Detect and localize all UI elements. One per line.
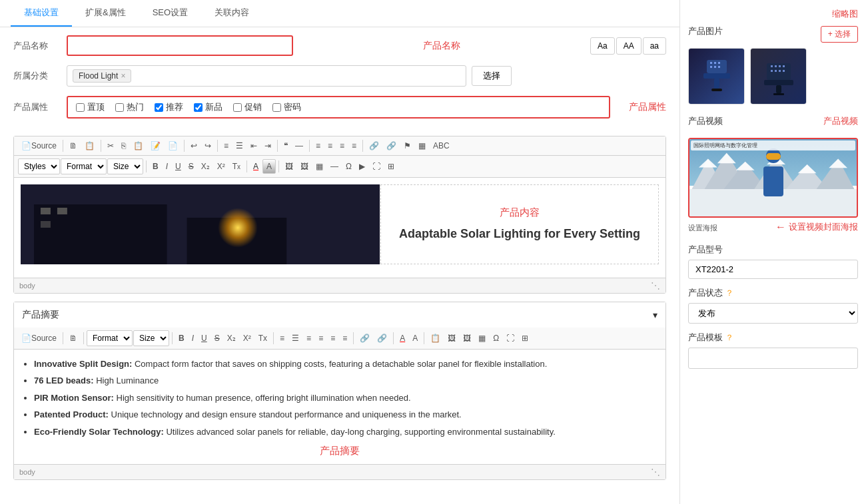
video-thumbnail[interactable]: 国际照明网络与数字化管理 xyxy=(688,138,858,218)
tab-related[interactable]: 关联内容 xyxy=(201,0,262,27)
anchor-button[interactable]: ⚑ xyxy=(400,139,414,152)
product-model-input[interactable] xyxy=(688,260,858,279)
remove-category-icon[interactable]: × xyxy=(121,71,125,81)
align-right-button[interactable]: ≡ xyxy=(336,139,348,152)
ordered-list-button[interactable]: ≡ xyxy=(220,139,232,152)
sum-text-color[interactable]: A xyxy=(396,332,408,345)
unordered-list-button[interactable]: ☰ xyxy=(232,139,246,152)
attr-new-checkbox[interactable] xyxy=(194,103,203,112)
sum-image2[interactable]: 🖼 xyxy=(460,332,474,345)
summary-resize[interactable]: ⋱ xyxy=(651,467,660,477)
summary-collapse-icon[interactable]: ▾ xyxy=(653,310,657,320)
bg-color-button[interactable]: A xyxy=(262,159,276,174)
size-select[interactable]: Size xyxy=(107,158,143,174)
thumbnail-2[interactable] xyxy=(750,48,807,105)
paste-word-button[interactable]: 📄 xyxy=(165,139,181,152)
tab-extend[interactable]: 扩展&属性 xyxy=(72,0,139,27)
sum-italic[interactable]: I xyxy=(189,332,197,345)
align-center-button[interactable]: ≡ xyxy=(324,139,336,152)
paste-button[interactable]: 📋 xyxy=(130,139,147,152)
editor1-resize[interactable]: ⋱ xyxy=(651,280,660,291)
strikethrough-button[interactable]: S xyxy=(185,160,197,173)
sum-remove-format[interactable]: Tx xyxy=(255,332,270,345)
sum-ordered-list[interactable]: ≡ xyxy=(276,332,288,345)
sum-fullscreen[interactable]: ⛶ xyxy=(503,332,518,345)
case-lowercase-button[interactable]: aa xyxy=(643,37,666,55)
table-button[interactable]: ▦ xyxy=(415,139,429,152)
sum-unordered-list[interactable]: ☰ xyxy=(288,332,302,345)
summary-source-button[interactable]: 📄 Source xyxy=(18,332,60,345)
sum-strike[interactable]: S xyxy=(211,332,223,345)
sum-align-center[interactable]: ≡ xyxy=(315,332,326,345)
italic-button[interactable]: I xyxy=(163,160,171,173)
category-tag-input[interactable]: Flood Light × xyxy=(67,65,466,87)
sum-align-right[interactable]: ≡ xyxy=(327,332,338,345)
sum-bold[interactable]: B xyxy=(175,332,188,345)
youtube-button[interactable]: ▶ xyxy=(356,160,368,173)
sum-new-doc[interactable]: 🗎 xyxy=(66,332,81,345)
fullscreen-button[interactable]: ⛶ xyxy=(369,160,384,173)
image2-button[interactable]: 🖼 xyxy=(297,160,312,173)
outdent-button[interactable]: ⇤ xyxy=(247,139,260,152)
indent-button[interactable]: ⇥ xyxy=(261,139,274,152)
superscript-button[interactable]: X² xyxy=(214,160,228,173)
sum-source2[interactable]: ⊞ xyxy=(518,332,532,345)
sum-superscript[interactable]: X² xyxy=(240,332,254,345)
sum-unlink[interactable]: 🔗 xyxy=(374,332,390,345)
sum-align-left[interactable]: ≡ xyxy=(303,332,314,345)
sum-paste[interactable]: 📋 xyxy=(427,332,444,345)
sum-align-justify[interactable]: ≡ xyxy=(339,332,350,345)
styles-select[interactable]: Styles xyxy=(18,158,60,174)
align-justify-button[interactable]: ≡ xyxy=(348,139,360,152)
cut-button[interactable]: ✂ xyxy=(104,139,117,152)
product-status-question[interactable]: ？ xyxy=(725,288,733,299)
summary-size-select[interactable]: Size xyxy=(133,330,169,346)
product-name-input[interactable]: 1000W LED Flood Light For Rugby Field xyxy=(67,35,293,56)
editor1-body[interactable]: 产品内容 Adaptable Solar Lighting for Every … xyxy=(14,178,665,278)
summary-format-select[interactable]: Format xyxy=(87,330,133,346)
new-doc-button[interactable]: 🗎 xyxy=(66,139,81,152)
unlink-button[interactable]: 🔗 xyxy=(383,139,400,152)
summary-header[interactable]: 产品摘要 ▾ xyxy=(14,302,665,328)
tab-seo[interactable]: SEO设置 xyxy=(139,0,201,27)
sum-table[interactable]: ▦ xyxy=(475,332,489,345)
copy-button[interactable]: ⎘ xyxy=(118,139,129,152)
open-doc-button[interactable]: 📋 xyxy=(81,139,98,152)
align-left-button[interactable]: ≡ xyxy=(312,139,324,152)
link-button[interactable]: 🔗 xyxy=(366,139,382,152)
sum-link[interactable]: 🔗 xyxy=(356,332,373,345)
divider-button[interactable]: ― xyxy=(292,139,306,152)
hr-button[interactable]: ― xyxy=(327,160,342,173)
blockquote-button[interactable]: ❝ xyxy=(280,139,291,152)
category-select-button[interactable]: 选择 xyxy=(472,66,512,86)
attr-hotpot-checkbox[interactable] xyxy=(115,103,124,112)
bold-button[interactable]: B xyxy=(149,160,162,173)
case-AA-button[interactable]: AA xyxy=(616,37,642,55)
sum-subscript[interactable]: X₂ xyxy=(224,332,239,345)
sum-special-char[interactable]: Ω xyxy=(490,332,502,345)
sum-bg-color[interactable]: A xyxy=(409,332,421,345)
attr-password-checkbox[interactable] xyxy=(272,103,281,112)
attr-zhiding-checkbox[interactable] xyxy=(76,103,85,112)
undo-button[interactable]: ↩ xyxy=(187,139,201,152)
text-color-button[interactable]: A xyxy=(250,160,262,173)
image-button[interactable]: 🖼 xyxy=(282,160,296,173)
tab-basic[interactable]: 基础设置 xyxy=(11,0,72,27)
format-select[interactable]: Format xyxy=(61,158,107,174)
table2-button[interactable]: ▦ xyxy=(312,160,326,173)
attr-recommend-checkbox[interactable] xyxy=(155,103,163,112)
sum-underline[interactable]: U xyxy=(198,332,211,345)
source2-button[interactable]: ⊞ xyxy=(384,160,398,173)
case-aa-button[interactable]: Aa xyxy=(590,37,615,55)
attr-promo-checkbox[interactable] xyxy=(233,103,242,112)
add-image-button[interactable]: + 选择 xyxy=(821,26,858,43)
subscript-button[interactable]: X₂ xyxy=(198,160,213,173)
thumbnail-1[interactable] xyxy=(688,48,745,105)
redo-button[interactable]: ↪ xyxy=(201,139,215,152)
paste-text-button[interactable]: 📝 xyxy=(147,139,164,152)
special-char-button[interactable]: Ω xyxy=(342,160,355,173)
product-template-empty[interactable] xyxy=(688,348,858,369)
product-template-question[interactable]: ？ xyxy=(725,332,733,344)
summary-content[interactable]: Innovative Split Design: Compact form fa… xyxy=(14,350,665,464)
remove-format-button[interactable]: Tx xyxy=(229,160,244,173)
